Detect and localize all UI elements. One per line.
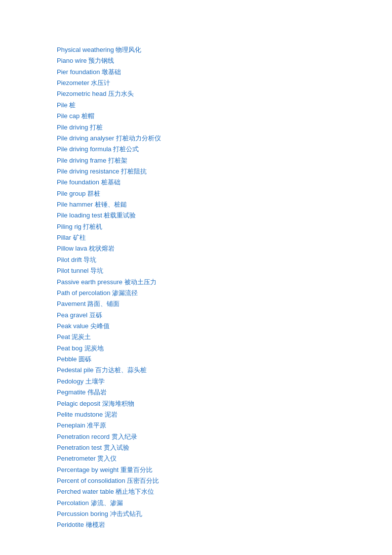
term-chinese: 豆砾: [87, 311, 102, 319]
term-english: Pile foundation: [57, 178, 99, 186]
list-item: Penetrometer 贯入仪: [57, 453, 392, 464]
term-chinese: 贯入仪: [96, 455, 117, 462]
list-item: Pile cap 桩帽: [57, 111, 392, 122]
term-english: Pillow lava: [57, 245, 87, 252]
term-english: Percentage by weight: [57, 466, 118, 473]
list-item: Perched water table 栖止地下水位: [57, 486, 392, 497]
list-item: Pile foundation 桩基础: [57, 177, 392, 188]
list-item: Piezometer 水压计: [57, 78, 392, 88]
term-english: Peat bog: [57, 344, 82, 352]
term-english: Pebble: [57, 355, 77, 363]
term-english: Pier foundation: [57, 68, 100, 76]
list-item: Peak value 尖峰值: [57, 321, 392, 332]
term-english: Pilot tunnel: [57, 267, 88, 274]
term-english: Pile hammer: [57, 201, 93, 208]
term-english: Perched water table: [57, 488, 114, 495]
term-english: Pile driving formula: [57, 145, 112, 153]
term-english: Pea gravel: [57, 311, 87, 319]
term-english: Pelagic deposit: [57, 400, 100, 407]
term-english: Pile driving analyser: [57, 134, 114, 142]
list-item: Penetration test 贯入试验: [57, 442, 392, 453]
list-item: Pile driving formula 打桩公式: [57, 144, 392, 155]
list-item: Pea gravel 豆砾: [57, 310, 392, 321]
term-chinese: 墩基础: [100, 68, 121, 76]
term-chinese: 深海堆积物: [100, 400, 134, 407]
term-chinese: 路面、铺面: [86, 300, 120, 307]
term-english: Percent of consolidation: [57, 477, 125, 484]
term-chinese: 导坑: [82, 256, 97, 263]
term-chinese: 压力水头: [106, 90, 134, 97]
term-chinese: 打桩: [88, 124, 103, 131]
term-english: Pegmatite: [57, 388, 86, 396]
term-english: Penetrometer: [57, 455, 96, 462]
term-english: Pedology: [57, 378, 83, 385]
list-item: Pier foundation 墩基础: [57, 67, 392, 78]
term-english: Pillar: [57, 234, 71, 241]
term-english: Pelite mudstone: [57, 411, 103, 418]
term-chinese: 桩载重试验: [102, 212, 136, 219]
term-chinese: 栖止地下水位: [114, 488, 155, 495]
term-chinese: 桩锤、桩鎚: [93, 201, 127, 208]
term-english: Pile driving resistance: [57, 168, 119, 175]
term-chinese: 百力达桩、蒜头桩: [93, 366, 147, 374]
term-chinese: 桩帽: [79, 112, 94, 120]
term-english: Piling rig: [57, 223, 81, 230]
list-item: Penetration record 贯入纪录: [57, 431, 392, 442]
term-chinese: 土壤学: [83, 378, 105, 385]
list-item: Pile driving 打桩: [57, 122, 392, 133]
term-english: Peak value: [57, 322, 88, 330]
term-chinese: 橄榄岩: [84, 521, 105, 528]
term-chinese: 泥岩: [103, 411, 118, 418]
list-item: Pile group 群桩: [57, 188, 392, 199]
term-chinese: 泥炭土: [70, 333, 91, 341]
term-chinese: 物理风化: [114, 46, 142, 53]
term-chinese: 预力钢线: [87, 57, 115, 64]
list-item: Piling rig 打桩机: [57, 221, 392, 232]
list-item: Percussion boring 冲击式钻孔: [57, 509, 392, 519]
term-chinese: 压密百分比: [125, 477, 159, 484]
list-item: Pavement 路面、铺面: [57, 299, 392, 309]
term-english: Piezometric head: [57, 90, 106, 97]
term-english: Pile group: [57, 190, 86, 197]
term-english: Percussion boring: [57, 510, 108, 517]
term-chinese: 尖峰值: [88, 322, 110, 330]
list-item: Pile driving analyser 打桩动力分析仪: [57, 133, 392, 144]
term-chinese: 桩: [68, 101, 76, 109]
term-chinese: 被动土压力: [122, 278, 157, 286]
term-english: Peneplain: [57, 422, 85, 429]
term-chinese: 打桩阻抗: [119, 168, 147, 175]
term-english: Piano wire: [57, 57, 87, 64]
term-english: Penetration record: [57, 433, 110, 440]
term-english: Pedestal pile: [57, 366, 93, 374]
list-item: Peneplain 准平原: [57, 420, 392, 431]
term-list: Physical weathering 物理风化Piano wire 预力钢线P…: [57, 44, 392, 531]
list-item: Percolation 渗流、渗漏: [57, 498, 392, 509]
term-chinese: 桩基础: [99, 178, 120, 186]
list-item: Pedestal pile 百力达桩、蒜头桩: [57, 365, 392, 376]
list-item: Pile driving frame 打桩架: [57, 155, 392, 166]
term-chinese: 打桩架: [106, 157, 127, 164]
list-item: Pile 桩: [57, 100, 392, 111]
term-english: Peat: [57, 333, 70, 341]
list-item: Pelagic deposit 深海堆积物: [57, 398, 392, 409]
term-chinese: 打桩动力分析仪: [114, 134, 161, 142]
list-item: Pilot drift 导坑: [57, 255, 392, 265]
list-item: Peridotite 橄榄岩: [57, 519, 392, 530]
list-item: Pedology 土壤学: [57, 376, 392, 387]
term-english: Pile loading test: [57, 212, 102, 219]
list-item: Pile hammer 桩锤、桩鎚: [57, 199, 392, 210]
list-item: Pelite mudstone 泥岩: [57, 409, 392, 420]
term-chinese: 群桩: [86, 190, 101, 197]
term-english: Pilot drift: [57, 256, 82, 263]
list-item: Pile loading test 桩载重试验: [57, 210, 392, 221]
term-english: Pile cap: [57, 112, 79, 120]
list-item: Pilot tunnel 导坑: [57, 265, 392, 276]
list-item: Percentage by weight 重量百分比: [57, 465, 392, 475]
list-item: Percent of consolidation 压密百分比: [57, 475, 392, 486]
term-chinese: 枕状熔岩: [87, 245, 115, 252]
term-chinese: 重量百分比: [118, 466, 153, 473]
term-english: Pile driving: [57, 124, 88, 131]
term-chinese: 导坑: [88, 267, 103, 274]
term-english: Passive earth pressure: [57, 278, 122, 286]
term-english: Percolation: [57, 499, 89, 507]
